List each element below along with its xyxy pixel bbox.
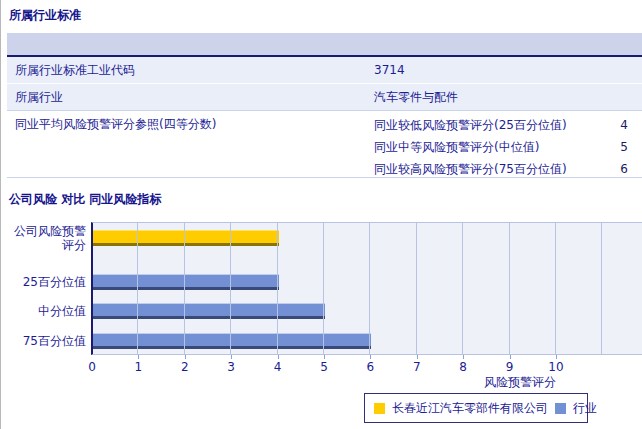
x-tick-mark bbox=[231, 355, 232, 359]
x-tick-label: 3 bbox=[227, 360, 235, 374]
x-tick-label: 9 bbox=[506, 360, 514, 374]
bar-company-score bbox=[93, 230, 279, 246]
sub-row-label: 同业较低风险预警评分(25百分位值) bbox=[374, 118, 567, 132]
x-tick-label: 8 bbox=[459, 360, 467, 374]
sub-row-label: 同业较高风险预警评分(75百分位值) bbox=[374, 162, 567, 176]
category-label-75th-percentile: 75百分位值 bbox=[1, 334, 86, 348]
category-label-25th-percentile: 25百分位值 bbox=[1, 275, 86, 289]
plot-area bbox=[91, 222, 642, 355]
sub-row-median: 同业中等风险预警评分(中位值) 5 bbox=[374, 136, 628, 158]
x-tick-label: 5 bbox=[320, 360, 328, 374]
x-tick-mark bbox=[185, 355, 186, 359]
x-tick-label: 0 bbox=[88, 360, 96, 374]
table-row-peer-average: 同业平均风险预警评分参照(四等分数) 同业较低风险预警评分(25百分位值) 4 … bbox=[7, 111, 642, 178]
x-tick-mark bbox=[417, 355, 418, 359]
sub-row-value: 4 bbox=[620, 114, 628, 136]
x-axis-title: 风险预警评分 bbox=[92, 374, 556, 391]
table-header-band bbox=[7, 33, 642, 57]
section-title-risk-comparison: 公司风险 对比 同业风险指标 bbox=[9, 191, 161, 208]
gridline bbox=[509, 223, 510, 354]
row-value-sic-code: 3714 bbox=[374, 57, 405, 83]
row-label-peer-average: 同业平均风险预警评分参照(四等分数) bbox=[15, 116, 216, 133]
category-label-company-score: 公司风险预警评分 bbox=[6, 224, 86, 252]
section-title-industry-standard: 所属行业标准 bbox=[9, 7, 81, 24]
x-tick-label: 4 bbox=[274, 360, 282, 374]
x-tick-label: 2 bbox=[181, 360, 189, 374]
gridline bbox=[230, 223, 231, 354]
sub-row-label: 同业中等风险预警评分(中位值) bbox=[374, 140, 539, 154]
gridline bbox=[369, 223, 370, 354]
gridline bbox=[184, 223, 185, 354]
x-tick-label: 7 bbox=[413, 360, 421, 374]
sub-row-75th-percentile: 同业较高风险预警评分(75百分位值) 6 bbox=[374, 158, 628, 180]
table-row: 所属行业 汽车零件与配件 bbox=[7, 84, 642, 111]
legend-label-industry: 行业 bbox=[573, 400, 597, 417]
x-tick-mark bbox=[463, 355, 464, 359]
x-tick-label: 10 bbox=[548, 360, 563, 374]
bar-industry-median bbox=[93, 303, 325, 319]
gridline bbox=[555, 223, 556, 354]
sub-row-value: 5 bbox=[620, 136, 628, 158]
legend-swatch-industry bbox=[555, 403, 566, 414]
row-label-industry: 所属行业 bbox=[15, 84, 63, 110]
chart-legend: 长春近江汽车零部件有限公司 行业 bbox=[364, 393, 588, 423]
x-tick-mark bbox=[278, 355, 279, 359]
category-label-median: 中分位值 bbox=[1, 304, 86, 318]
legend-label-company: 长春近江汽车零部件有限公司 bbox=[392, 400, 548, 417]
gridline bbox=[323, 223, 324, 354]
bar-industry-75th bbox=[93, 333, 371, 349]
x-tick-label: 1 bbox=[135, 360, 143, 374]
bar-industry-25th bbox=[93, 274, 279, 290]
x-tick-mark bbox=[370, 355, 371, 359]
x-tick-mark bbox=[510, 355, 511, 359]
gridline bbox=[462, 223, 463, 354]
x-tick-mark bbox=[324, 355, 325, 359]
x-tick-mark bbox=[556, 355, 557, 359]
sub-row-25th-percentile: 同业较低风险预警评分(25百分位值) 4 bbox=[374, 114, 628, 136]
sub-row-value: 6 bbox=[620, 158, 628, 180]
gridline bbox=[277, 223, 278, 354]
gridline bbox=[416, 223, 417, 354]
gridline bbox=[601, 223, 602, 354]
risk-report-page: 所属行业标准 所属行业标准工业代码 3714 所属行业 汽车零件与配件 同业平均… bbox=[0, 0, 642, 429]
legend-swatch-company bbox=[374, 403, 385, 414]
row-label-sic-code: 所属行业标准工业代码 bbox=[15, 57, 135, 83]
x-tick-mark bbox=[138, 355, 139, 359]
table-row: 所属行业标准工业代码 3714 bbox=[7, 57, 642, 84]
row-value-industry: 汽车零件与配件 bbox=[374, 84, 458, 110]
gridline bbox=[137, 223, 138, 354]
x-tick-label: 6 bbox=[367, 360, 375, 374]
